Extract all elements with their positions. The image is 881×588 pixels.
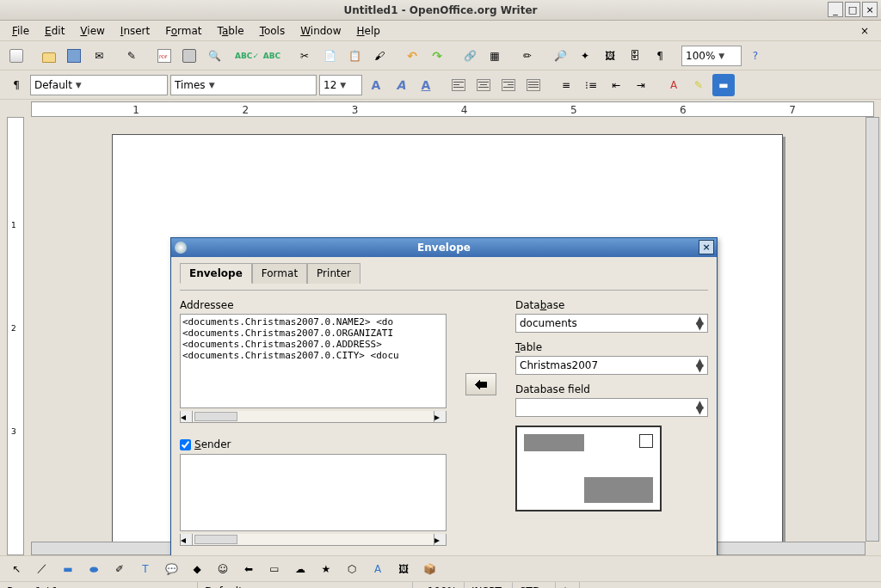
ellipse-tool[interactable]: ⬬ xyxy=(83,558,105,580)
extrusion-tool[interactable]: 📦 xyxy=(418,558,440,580)
dbfield-label: Database field xyxy=(515,383,708,395)
menu-table[interactable]: Table xyxy=(211,22,251,40)
open-button[interactable] xyxy=(38,45,60,67)
block-arrows-tool[interactable]: ⬅ xyxy=(237,558,260,580)
dialog-titlebar[interactable]: Envelope × xyxy=(171,238,717,257)
addressee-textarea[interactable] xyxy=(180,314,447,408)
hyperlink-button[interactable]: 🔗 xyxy=(459,45,481,67)
dbfield-combo[interactable]: ▲▼ xyxy=(515,398,708,417)
print-button[interactable] xyxy=(178,45,200,67)
print-preview-button[interactable]: 🔍 xyxy=(203,45,225,67)
text-tool[interactable]: T xyxy=(134,558,157,580)
flowcharts-tool[interactable]: ▭ xyxy=(263,558,286,580)
select-tool[interactable]: ↖ xyxy=(5,558,28,580)
save-button[interactable] xyxy=(63,45,85,67)
from-file-tool[interactable]: 🖼 xyxy=(392,558,415,580)
fontwork-tool[interactable]: A xyxy=(367,558,389,580)
bullet-list-button[interactable]: ⁝≡ xyxy=(580,74,602,96)
status-zoom[interactable]: 100% xyxy=(413,582,465,588)
paragraph-style-combo[interactable]: Default▼ xyxy=(30,75,168,95)
sender-hscroll[interactable]: ◂▸ xyxy=(180,534,447,546)
database-combo[interactable]: documents ▲▼ xyxy=(515,314,708,333)
symbol-shapes-tool[interactable]: ☺ xyxy=(212,558,234,580)
align-right-button[interactable] xyxy=(497,74,520,96)
align-center-button[interactable] xyxy=(472,74,495,96)
maximize-button[interactable]: □ xyxy=(845,2,860,17)
table-label: Table xyxy=(515,341,708,353)
tab-printer[interactable]: Printer xyxy=(307,263,360,284)
redo-button[interactable]: ↷ xyxy=(426,45,448,67)
menu-view[interactable]: View xyxy=(73,22,111,40)
line-tool[interactable]: ／ xyxy=(31,558,53,580)
drawing-button[interactable]: ✏ xyxy=(516,45,539,67)
nonprinting-button[interactable]: ¶ xyxy=(649,45,671,67)
format-paintbrush-button[interactable]: 🖌 xyxy=(368,45,391,67)
stars-tool[interactable]: ★ xyxy=(315,558,337,580)
sender-checkbox[interactable] xyxy=(180,439,191,450)
insert-field-arrow-button[interactable]: 🡄 xyxy=(465,373,496,395)
freeform-tool[interactable]: ✐ xyxy=(108,558,131,580)
menu-format[interactable]: Format xyxy=(158,22,208,40)
align-justify-button[interactable] xyxy=(522,74,545,96)
points-tool[interactable]: ⬡ xyxy=(341,558,363,580)
tab-envelope[interactable]: Envelope xyxy=(180,263,252,284)
increase-indent-button[interactable]: ⇥ xyxy=(630,74,652,96)
status-modified[interactable]: * xyxy=(556,582,580,588)
horizontal-ruler[interactable]: 1 2 3 4 5 6 7 xyxy=(31,101,874,117)
styles-button[interactable]: ¶ xyxy=(5,74,28,96)
menu-help[interactable]: Help xyxy=(350,22,387,40)
basic-shapes-tool[interactable]: ◆ xyxy=(186,558,208,580)
underline-button[interactable]: A xyxy=(415,74,437,96)
rectangle-tool[interactable]: ▬ xyxy=(57,558,79,580)
dialog-close-button[interactable]: × xyxy=(699,240,714,254)
vertical-ruler[interactable]: 1 2 3 xyxy=(7,117,24,555)
highlight-button[interactable]: ✎ xyxy=(687,74,710,96)
minimize-button[interactable]: _ xyxy=(828,2,843,17)
menu-insert[interactable]: Insert xyxy=(114,22,157,40)
paste-button[interactable]: 📋 xyxy=(343,45,366,67)
help-button[interactable]: ? xyxy=(744,45,767,67)
vertical-scrollbar[interactable] xyxy=(866,117,879,542)
status-page[interactable]: Page 1 / 1 xyxy=(0,582,198,588)
numbered-list-button[interactable]: ≡ xyxy=(555,74,577,96)
bold-button[interactable]: A xyxy=(365,74,387,96)
status-style[interactable]: Default xyxy=(198,582,413,588)
close-window-button[interactable]: × xyxy=(862,2,878,17)
callout-tool[interactable]: 💬 xyxy=(160,558,182,580)
new-button[interactable] xyxy=(5,45,28,67)
align-left-button[interactable] xyxy=(447,74,470,96)
status-insert-mode[interactable]: INSRT xyxy=(465,582,513,588)
font-color-button[interactable]: A xyxy=(662,74,685,96)
spellcheck-button[interactable]: ABC✓ xyxy=(236,45,258,67)
background-button[interactable]: ▬ xyxy=(712,74,735,96)
tab-format[interactable]: Format xyxy=(252,263,307,284)
email-button[interactable]: ✉ xyxy=(88,45,110,67)
font-size-combo[interactable]: 12▼ xyxy=(319,75,362,95)
table-combo[interactable]: Christmas2007 ▲▼ xyxy=(515,356,708,375)
decrease-indent-button[interactable]: ⇤ xyxy=(605,74,627,96)
table-button[interactable]: ▦ xyxy=(484,45,506,67)
menu-window[interactable]: Window xyxy=(293,22,348,40)
datasources-button[interactable]: 🗄 xyxy=(624,45,646,67)
export-pdf-button[interactable] xyxy=(153,45,176,67)
addressee-hscroll[interactable]: ◂▸ xyxy=(180,411,447,423)
cut-button[interactable]: ✂ xyxy=(293,45,316,67)
copy-button[interactable]: 📄 xyxy=(318,45,341,67)
undo-button[interactable]: ↶ xyxy=(401,45,423,67)
zoom-combo[interactable]: 100%▼ xyxy=(681,46,742,66)
status-selection-mode[interactable]: STD xyxy=(513,582,556,588)
window-title: Untitled1 - OpenOffice.org Writer xyxy=(343,4,537,16)
gallery-button[interactable]: 🖼 xyxy=(599,45,621,67)
edit-doc-button[interactable]: ✎ xyxy=(120,45,143,67)
callouts-tool[interactable]: ☁ xyxy=(289,558,311,580)
document-close-button[interactable]: × xyxy=(853,22,876,40)
find-button[interactable]: 🔎 xyxy=(549,45,571,67)
italic-button[interactable]: A xyxy=(390,74,412,96)
font-name-combo[interactable]: Times▼ xyxy=(170,75,317,95)
sender-textarea[interactable] xyxy=(180,454,447,531)
navigator-button[interactable]: ✦ xyxy=(574,45,596,67)
menu-tools[interactable]: Tools xyxy=(253,22,293,40)
autospell-button[interactable]: ABC xyxy=(261,45,283,67)
menu-edit[interactable]: Edit xyxy=(38,22,71,40)
menu-file[interactable]: File xyxy=(5,22,36,40)
